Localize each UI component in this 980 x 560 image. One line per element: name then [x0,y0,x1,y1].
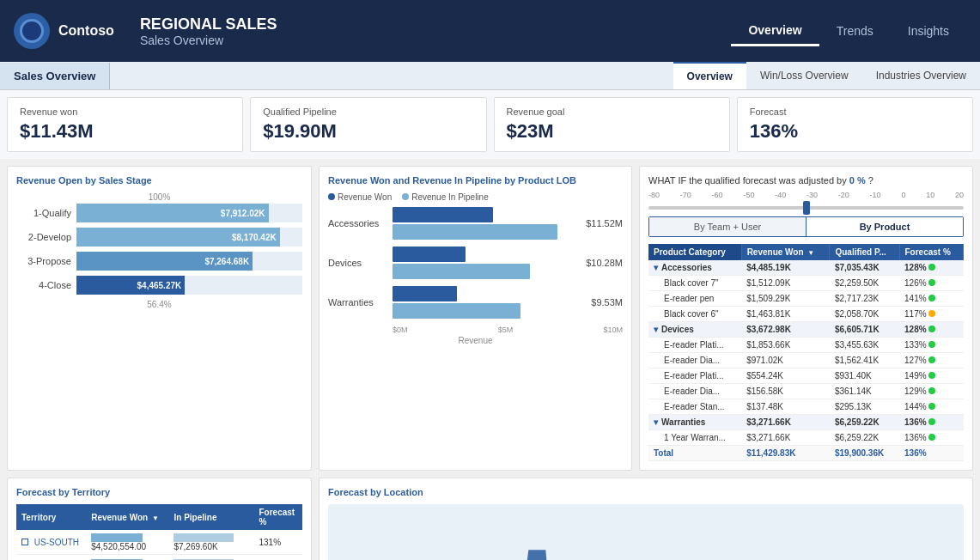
revenue-lob-title: Revenue Won and Revenue In Pipeline by P… [328,175,623,186]
td-rev: $971.02K [741,353,830,368]
stage-bar-row: 1-Qualify $7,912.02K [16,204,302,222]
sl-60: -60 [712,191,723,199]
status-green-icon [928,295,935,301]
lob-value: $10.28M [575,258,623,268]
kpi-goal-label: Revenue goal [507,107,717,117]
row2: Forecast by Territory Territory Revenue … [7,478,973,560]
stage-bar-row: 4-Close $4,465.27K [16,276,302,295]
table-row[interactable]: ▾Accessories $4,485.19K $7,035.43K 128% [648,260,964,276]
table-row[interactable]: Black cover 6" $1,463.81K $2,058.70K 117… [648,307,964,322]
td-forecast: 149% [899,368,963,384]
lob-won-bar [393,207,493,222]
td-pipeline: $7,269.60K [168,530,253,555]
whatif-title: WHAT IF the qualified forecast was adjus… [648,175,964,186]
nav-insights[interactable]: Insights [891,17,966,45]
nav-overview[interactable]: Overview [731,16,819,46]
sl-70: -70 [680,191,691,199]
kpi-revenue-won-label: Revenue won [20,107,230,117]
td-rev: $156.58K [741,384,830,399]
sub-nav-industries[interactable]: Industries Overview [862,63,980,88]
table-row[interactable]: US-WEST $3,041,107.00 $6,061.89K 130% [16,555,302,560]
table-row[interactable]: E-reader Stan... $137.48K $295.13K 144% [648,399,964,415]
td-rev: $1,853.66K [741,338,830,353]
table-row[interactable]: E-reader Plati... $1,853.66K $3,455.63K … [648,338,964,353]
td-forecast-pct: 131% [253,530,302,555]
td-qual: $1,562.41K [830,353,899,368]
kpi-revenue-won: Revenue won $11.43M [7,97,243,152]
expand-icon[interactable]: ▾ [654,263,658,272]
bar-fill: $8,170.42K [76,228,280,247]
sl-0: 0 [901,191,905,199]
table-row[interactable]: 1 Year Warran... $3,271.66K $6,259.22K 1… [648,430,964,446]
table-row[interactable]: Total $11,429.83K $19,900.36K 136% [648,446,964,461]
td-forecast: 117% [899,307,963,322]
expand-icon[interactable]: ▾ [654,325,658,334]
indent: 1 Year Warran... [664,433,726,442]
td-forecast: 141% [899,291,963,307]
logo-inner [20,19,44,43]
td-rev: $137.48K [741,399,830,415]
revenue-stage-panel: Revenue Open by Sales Stage 100% 1-Quali… [7,166,312,471]
table-row[interactable]: E-reader Dia... $971.02K $1,562.41K 127% [648,353,964,368]
slider-thumb[interactable] [803,201,810,215]
td-territory: US-SOUTH [16,530,86,555]
col-revenue-won[interactable]: Revenue Won ▼ [741,244,830,260]
td-rev: $4,485.19K [741,260,830,276]
table-row[interactable]: E-reader Dia... $156.58K $361.14K 129% [648,384,964,399]
status-green-icon [928,264,935,271]
logo-icon [14,13,50,49]
legend-won: Revenue Won [328,192,392,202]
axis-5: $5M [498,326,514,334]
legend-pipeline-dot [402,193,409,200]
axis-0: $0M [393,326,408,334]
revenue-stage-title: Revenue Open by Sales Stage [16,175,302,186]
indent: E-reader Plati... [664,371,723,380]
table-row[interactable]: ▾Warranties $3,271.66K $6,259.22K 136% [648,415,964,430]
toggle-product[interactable]: By Product [806,217,963,236]
td-territory: US-WEST [16,555,86,560]
nav-trends[interactable]: Trends [819,17,891,45]
lob-bar-row: Devices $10.28M [328,247,623,279]
td-name: ▾Devices [648,322,741,338]
table-row[interactable]: ▾Devices $3,672.98K $6,605.71K 128% [648,322,964,338]
toggle-team-user[interactable]: By Team + User [649,217,806,236]
slider-track[interactable] [648,206,964,210]
lob-bar-row: Accessories $11.52M [328,207,623,240]
toggle-buttons: By Team + User By Product [648,216,964,237]
bar-container: $8,170.42K [76,228,302,247]
col-qualified[interactable]: Qualified P... [830,244,899,260]
title-area: REGIONAL SALES Sales Overview [140,15,732,47]
map-title: Forecast by Location [328,487,964,497]
product-table: Product Category Revenue Won ▼ Qualified… [648,244,964,461]
sl-80: -80 [648,191,660,199]
td-name: E-reader Dia... [648,384,741,399]
td-name: E-reader Dia... [648,353,741,368]
td-forecast: 127% [899,353,963,368]
territory-table-body: US-SOUTH $4,520,554.00 $7,269.60K 131% U… [16,530,302,560]
kpi-forecast: Forecast 136% [737,97,973,152]
lob-legend: Revenue Won Revenue In Pipeline [328,192,623,202]
table-row[interactable]: E-reader Plati... $554.24K $931.40K 149% [648,368,964,384]
status-green-icon [928,387,935,394]
table-row[interactable]: Black cover 7" $1,512.09K $2,259.50K 126… [648,276,964,291]
expand-icon[interactable]: ▾ [654,417,658,427]
bar-label: 1-Qualify [16,208,76,218]
kpi-goal: Revenue goal $23M [494,97,730,152]
status-green-icon [928,341,935,348]
table-row[interactable]: E-reader pen $1,509.29K $2,717.23K 141% [648,291,964,307]
th-rev-won[interactable]: Revenue Won ▼ [86,504,168,530]
td-forecast: 133% [899,338,963,353]
sub-nav: Sales Overview Overview Win/Loss Overvie… [0,62,980,90]
sub-nav-overview[interactable]: Overview [673,62,746,89]
bar-container: $7,264.68K [76,252,302,271]
sub-nav-winloss[interactable]: Win/Loss Overview [746,63,862,88]
sl-50: -50 [743,191,754,199]
slider-labels: -80 -70 -60 -50 -40 -30 -20 -10 0 10 20 [648,191,964,199]
td-name: ▾Accessories [648,260,741,276]
expand-square-icon[interactable] [21,539,28,545]
td-name: E-reader Plati... [648,338,741,353]
lob-axis-label: Revenue [328,336,623,345]
td-name: Total [648,446,741,461]
td-name: ▾Warranties [648,415,741,430]
table-row[interactable]: US-SOUTH $4,520,554.00 $7,269.60K 131% [16,530,302,555]
